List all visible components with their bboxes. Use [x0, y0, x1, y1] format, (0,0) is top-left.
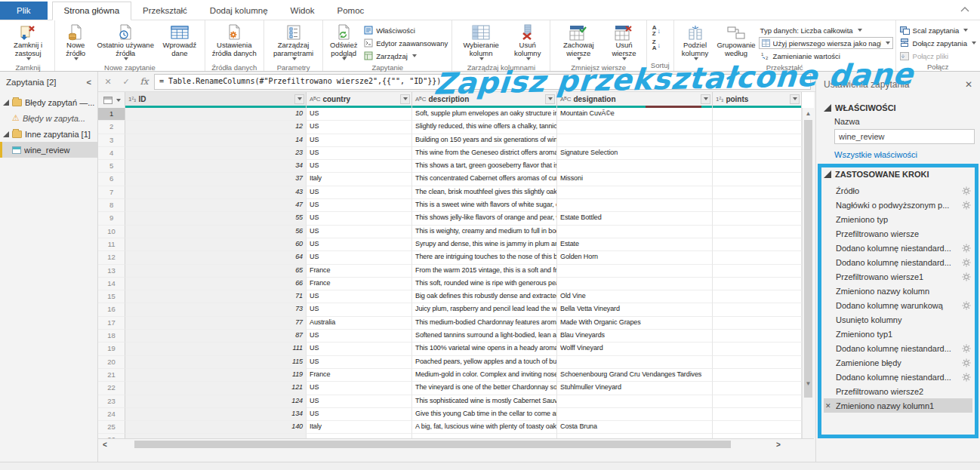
cell-description[interactable]: A big, fat, luscious wine with plenty of…: [412, 421, 557, 434]
table-row[interactable]: 11 60 US Syrupy and dense, this wine is …: [98, 238, 814, 251]
cell-description[interactable]: Syrupy and dense, this wine is jammy in …: [412, 238, 557, 251]
horizontal-scrollbar[interactable]: < >: [98, 439, 814, 450]
table-row[interactable]: 4 23 US This wine from the Geneseo distr…: [98, 147, 814, 160]
query-tree-item[interactable]: Błędy zapytań —...: [0, 94, 97, 110]
cell-id[interactable]: 10: [125, 108, 307, 121]
row-number[interactable]: 20: [98, 356, 125, 369]
cell-designation[interactable]: [557, 186, 713, 199]
cell-country[interactable]: US: [307, 395, 412, 408]
cell-points[interactable]: [713, 395, 802, 408]
cell-designation[interactable]: [557, 395, 713, 408]
row-number[interactable]: 12: [98, 251, 125, 264]
scroll-right-icon[interactable]: >: [772, 441, 785, 449]
cell-designation[interactable]: Made With Organic Grapes: [557, 317, 713, 330]
cell-points[interactable]: [713, 356, 802, 369]
cell-designation[interactable]: Mountain CuvÃ©e: [557, 108, 713, 121]
filter-icon[interactable]: [400, 94, 410, 104]
cell-description[interactable]: This shows jelly-like flavors of orange …: [412, 212, 557, 225]
recent-sources-button[interactable]: Ostatnio używane źródła: [94, 22, 157, 63]
cell-id[interactable]: 71: [125, 290, 307, 303]
cell-description[interactable]: Medium-gold in color. Complex and inviti…: [412, 369, 557, 382]
horizontal-scroll-thumb[interactable]: [134, 441, 731, 448]
keep-rows-button[interactable]: Zachowaj wiersze: [553, 22, 604, 63]
cell-designation[interactable]: Wolff Vineyard: [557, 343, 713, 355]
expand-formula-icon[interactable]: ⌄: [803, 78, 806, 85]
table-row[interactable]: 1 10 US Soft, supple plum envelopes an o…: [98, 108, 814, 121]
table-row[interactable]: 8 47 US This is a sweet wine with flavor…: [98, 199, 814, 212]
applied-steps-section-header[interactable]: ZASTOSOWANE KROKI: [824, 170, 972, 179]
replace-values-button[interactable]: 12 Zamienianie wartości: [759, 50, 893, 62]
cell-country[interactable]: US: [307, 160, 412, 173]
row-number[interactable]: 8: [98, 199, 125, 212]
applied-step-item[interactable]: Źródło: [824, 183, 972, 198]
cell-id[interactable]: 73: [125, 303, 307, 316]
cell-id[interactable]: 14: [125, 134, 307, 147]
cell-designation[interactable]: Schoenenbourg Grand Cru Vendanges Tardiv…: [557, 369, 713, 382]
cell-id[interactable]: 43: [125, 186, 307, 199]
cell-id[interactable]: 47: [125, 199, 307, 212]
step-settings-gear-icon[interactable]: [962, 186, 971, 195]
row-number[interactable]: 14: [98, 278, 125, 290]
cell-id[interactable]: 12: [125, 121, 307, 134]
cell-country[interactable]: US: [307, 343, 412, 355]
table-row[interactable]: 5 34 US This shows a tart, green goosebe…: [98, 160, 814, 173]
row-number[interactable]: 4: [98, 147, 125, 160]
cell-points[interactable]: [713, 382, 802, 395]
filter-icon[interactable]: [294, 94, 304, 104]
applied-step-item[interactable]: Zmieniono nazwy kolumn: [824, 284, 972, 298]
cell-description[interactable]: Poached pears, yellow apples and a touch…: [412, 356, 557, 369]
cell-designation[interactable]: Blau Vineyards: [557, 330, 713, 343]
table-row[interactable]: 13 65 France From the warm 2015 vintage,…: [98, 265, 814, 278]
new-source-button[interactable]: Nowe źródło: [57, 22, 94, 63]
cell-description[interactable]: Juicy plum, raspberry and pencil lead le…: [412, 303, 557, 316]
cell-designation[interactable]: [557, 121, 713, 134]
cell-description[interactable]: This sophisticated wine is mostly Cabern…: [412, 395, 557, 408]
step-settings-gear-icon[interactable]: [962, 301, 971, 310]
cell-country[interactable]: US: [307, 147, 412, 160]
cell-description[interactable]: This medium-bodied Chardonnay features a…: [412, 317, 557, 330]
query-tree-item[interactable]: wine_review: [0, 142, 97, 158]
vertical-scroll-thumb[interactable]: [804, 120, 812, 398]
column-header-points[interactable]: 1²₃ points: [713, 92, 802, 108]
table-row[interactable]: 12 64 US There are intriguing touches to…: [98, 251, 814, 264]
split-column-button[interactable]: Podziel kolumny: [676, 22, 714, 63]
cell-id[interactable]: [125, 434, 307, 439]
cell-designation[interactable]: Golden Horn: [557, 251, 713, 264]
cell-description[interactable]: Soft, supple plum envelopes an oaky stru…: [412, 108, 557, 121]
row-number[interactable]: 10: [98, 226, 125, 238]
cell-id[interactable]: 55: [125, 212, 307, 225]
cell-description[interactable]: This soft, rounded wine is ripe with gen…: [412, 278, 557, 290]
applied-step-item[interactable]: ✕ Zmieniono nazwy kolumn1: [824, 398, 972, 413]
cell-points[interactable]: [713, 278, 802, 290]
column-header-designation[interactable]: AᴮC designation: [557, 92, 713, 108]
column-header-country[interactable]: AᴮC country: [307, 92, 412, 108]
cell-country[interactable]: US: [307, 212, 412, 225]
cell-points[interactable]: [713, 369, 802, 382]
cell-country[interactable]: US: [307, 408, 412, 421]
step-settings-gear-icon[interactable]: [962, 272, 971, 281]
cell-country[interactable]: US: [307, 330, 412, 343]
cell-description[interactable]: [412, 434, 557, 439]
row-number[interactable]: 1: [98, 108, 125, 121]
applied-step-item[interactable]: Nagłówki o podwyższonym p...: [824, 198, 972, 212]
manage-parameters-button[interactable]: Zarządzaj parametrami: [267, 22, 320, 63]
row-number[interactable]: 21: [98, 369, 125, 382]
cell-id[interactable]: 77: [125, 317, 307, 330]
table-row[interactable]: 16 73 US Juicy plum, raspberry and penci…: [98, 303, 814, 316]
cell-points[interactable]: [713, 199, 802, 212]
table-row[interactable]: 14 66 France This soft, rounded wine is …: [98, 278, 814, 290]
cell-points[interactable]: [713, 173, 802, 186]
advanced-editor-button[interactable]: Edytor zaawansowany: [362, 37, 449, 49]
properties-button[interactable]: Właściwości: [362, 24, 449, 36]
query-tree-item[interactable]: Inne zapytania [1]: [0, 126, 97, 142]
applied-step-item[interactable]: Dodano kolumnę niestandard...: [824, 241, 972, 255]
cell-designation[interactable]: [557, 356, 713, 369]
row-number[interactable]: 16: [98, 303, 125, 316]
use-first-row-as-headers-button[interactable]: Użyj pierwszego wiersza jako nagłówków: [759, 37, 893, 49]
cell-country[interactable]: France: [307, 278, 412, 290]
append-queries-button[interactable]: Dołącz zapytania: [898, 37, 978, 49]
applied-step-item[interactable]: Przefiltrowano wiersze1: [824, 269, 972, 284]
sort-ascending-button[interactable]: AZ↓: [652, 25, 661, 37]
cell-points[interactable]: [713, 226, 802, 238]
close-icon[interactable]: ✕: [965, 79, 972, 90]
